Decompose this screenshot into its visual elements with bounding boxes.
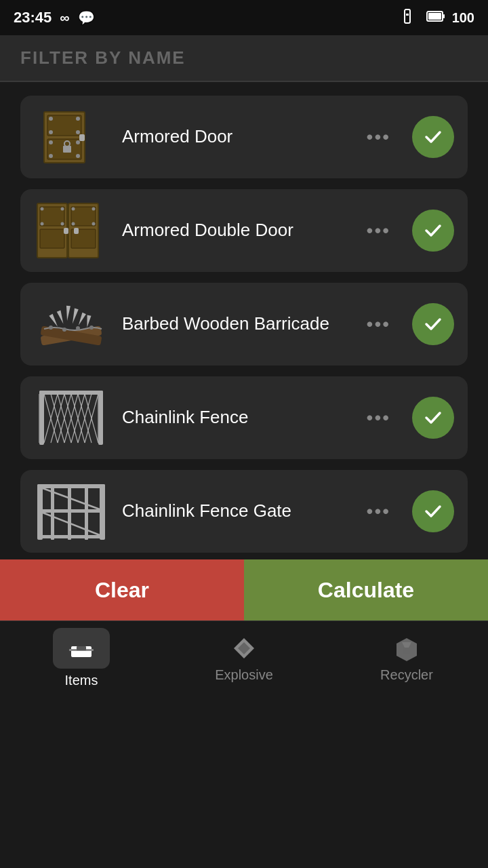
- item-check-armored-door[interactable]: [412, 116, 454, 158]
- svg-point-46: [89, 326, 94, 330]
- item-more-armored-double-door[interactable]: •••: [359, 220, 399, 241]
- item-name-barbed-wooden-barricade: Barbed Wooden Barricade: [122, 313, 345, 336]
- svg-marker-39: [70, 309, 79, 325]
- explosive-icon: [229, 633, 259, 663]
- svg-rect-1: [406, 14, 409, 16]
- svg-rect-72: [68, 484, 71, 540]
- svg-point-11: [76, 130, 80, 134]
- svg-rect-16: [79, 134, 85, 141]
- svg-point-10: [49, 130, 53, 134]
- status-time: 23:45: [14, 9, 52, 26]
- item-more-chainlink-fence-gate[interactable]: •••: [359, 500, 399, 522]
- status-left: 23:45 ∞ 💬: [14, 9, 95, 26]
- svg-point-8: [49, 117, 53, 121]
- items-list: Armored Door •••: [0, 82, 488, 559]
- nav-item-items[interactable]: Items: [0, 621, 163, 695]
- list-item: Chainlink Fence Gate •••: [20, 470, 468, 553]
- items-icon: [66, 633, 96, 663]
- svg-point-32: [92, 222, 96, 226]
- battery-level: 100: [452, 10, 474, 26]
- filter-bar[interactable]: [0, 35, 488, 82]
- item-image-chainlink-fence: [34, 387, 108, 448]
- svg-point-25: [41, 208, 44, 211]
- svg-rect-4: [443, 14, 445, 18]
- item-name-chainlink-fence: Chainlink Fence: [122, 406, 345, 429]
- bottom-nav: Items Explosive Recycler: [0, 620, 488, 695]
- calculate-button[interactable]: Calculate: [244, 559, 488, 620]
- item-image-chainlink-fence-gate: [34, 481, 108, 542]
- item-image-armored-door: [34, 106, 108, 167]
- list-item: Barbed Wooden Barricade •••: [20, 283, 468, 366]
- svg-point-26: [61, 208, 64, 211]
- svg-point-31: [72, 222, 75, 226]
- sim-icon: [403, 8, 420, 28]
- infinity-icon: ∞: [60, 10, 69, 26]
- item-check-chainlink-fence-gate[interactable]: [412, 490, 454, 532]
- status-right: 100: [403, 8, 474, 28]
- svg-marker-38: [65, 306, 70, 321]
- svg-rect-78: [77, 646, 86, 650]
- nav-label-items: Items: [65, 673, 98, 688]
- item-check-chainlink-fence[interactable]: [412, 397, 454, 439]
- svg-point-28: [61, 222, 64, 226]
- nav-item-recycler[interactable]: Recycler: [325, 621, 488, 695]
- nav-label-recycler: Recycler: [380, 667, 433, 683]
- svg-point-12: [49, 140, 53, 144]
- svg-rect-47: [39, 391, 44, 445]
- clear-button[interactable]: Clear: [0, 559, 244, 620]
- svg-point-30: [92, 208, 96, 211]
- svg-point-44: [62, 328, 66, 332]
- svg-point-43: [49, 326, 53, 330]
- nav-item-explosive[interactable]: Explosive: [163, 621, 325, 695]
- svg-rect-48: [98, 391, 103, 445]
- item-name-armored-double-door: Armored Double Door: [122, 219, 345, 242]
- item-name-armored-door: Armored Door: [122, 125, 345, 149]
- message-icon: 💬: [78, 9, 95, 26]
- svg-point-14: [49, 154, 53, 158]
- action-buttons: Clear Calculate: [0, 559, 488, 620]
- svg-rect-34: [74, 228, 79, 234]
- svg-rect-3: [428, 13, 441, 20]
- svg-marker-41: [77, 313, 86, 327]
- item-image-barbed-wooden-barricade: [34, 294, 108, 355]
- svg-point-27: [41, 222, 44, 226]
- list-item: Armored Double Door •••: [20, 189, 468, 272]
- svg-marker-42: [85, 315, 91, 328]
- item-more-armored-door[interactable]: •••: [359, 126, 399, 148]
- svg-point-15: [76, 154, 80, 158]
- item-image-armored-double-door: [34, 200, 108, 261]
- svg-point-9: [76, 117, 80, 121]
- item-name-chainlink-fence-gate: Chainlink Fence Gate: [122, 500, 345, 523]
- list-item: Chainlink Fence •••: [20, 376, 468, 459]
- svg-rect-23: [71, 207, 96, 226]
- svg-marker-37: [57, 311, 65, 325]
- filter-input[interactable]: [20, 47, 468, 68]
- svg-rect-0: [405, 9, 410, 23]
- recycler-icon: [392, 633, 422, 663]
- nav-label-explosive: Explosive: [215, 667, 273, 683]
- svg-point-13: [76, 140, 80, 144]
- item-check-barbed-wooden-barricade[interactable]: [412, 303, 454, 345]
- svg-rect-33: [64, 228, 68, 234]
- battery-outline-icon: [426, 10, 445, 26]
- item-more-barbed-wooden-barricade[interactable]: •••: [359, 313, 399, 335]
- svg-point-45: [76, 326, 80, 330]
- svg-rect-21: [40, 229, 64, 248]
- svg-point-29: [72, 208, 75, 211]
- list-item: Armored Door •••: [20, 96, 468, 178]
- item-check-armored-double-door[interactable]: [412, 210, 454, 252]
- status-bar: 23:45 ∞ 💬 100: [0, 0, 488, 35]
- item-more-chainlink-fence[interactable]: •••: [359, 407, 399, 429]
- svg-rect-20: [40, 207, 64, 226]
- svg-rect-73: [85, 484, 88, 540]
